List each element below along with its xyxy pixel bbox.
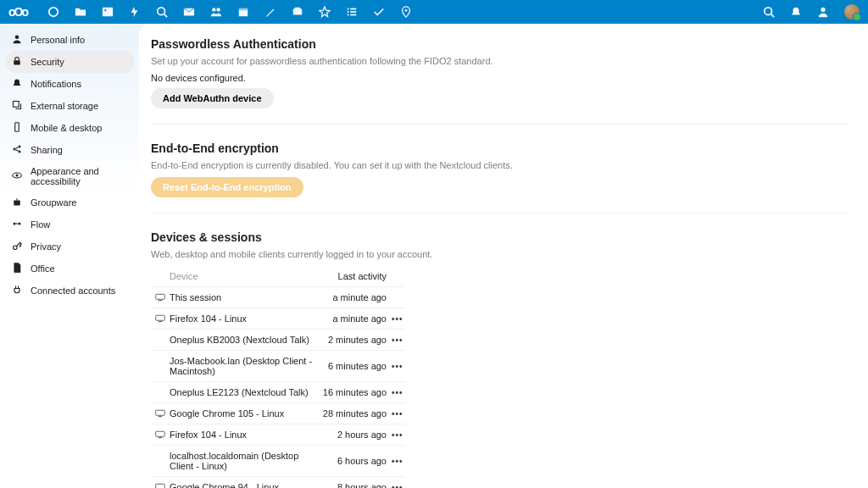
passwordless-note: No devices configured. [151, 73, 848, 83]
device-activity: 6 hours ago [315, 456, 392, 466]
sidebar-item-flow[interactable]: Flow [5, 214, 134, 236]
avatar[interactable] [844, 4, 860, 19]
photos-icon[interactable] [102, 6, 114, 18]
monitor-icon [151, 483, 170, 488]
svg-rect-36 [159, 300, 163, 301]
device-activity: 8 hours ago [315, 482, 392, 488]
sidebar-item-connected-accounts[interactable]: Connected accounts [5, 280, 134, 302]
sidebar-item-external-storage[interactable]: External storage [5, 95, 134, 117]
svg-point-2 [104, 9, 106, 11]
svg-rect-23 [14, 60, 20, 64]
svg-rect-37 [156, 315, 165, 320]
svg-line-20 [771, 14, 775, 18]
maps-icon[interactable] [400, 6, 412, 18]
svg-rect-42 [159, 437, 163, 438]
notifications-icon[interactable] [790, 6, 802, 18]
device-name: Firefox 104 - Linux [170, 430, 315, 440]
search-icon[interactable] [156, 6, 168, 18]
device-row: Oneplus LE2123 (Nextcloud Talk)16 minute… [151, 382, 405, 403]
device-more-icon[interactable]: ••• [392, 409, 405, 419]
svg-point-30 [16, 175, 19, 177]
device-more-icon[interactable]: ••• [392, 314, 405, 324]
mail-icon[interactable] [183, 6, 195, 18]
lock-icon [12, 56, 22, 68]
svg-point-28 [19, 151, 21, 153]
device-activity: 28 minutes ago [315, 408, 392, 419]
device-name: This session [170, 292, 315, 302]
device-activity: 2 hours ago [315, 430, 392, 440]
device-row: Firefox 104 - Linux2 hours ago••• [151, 424, 405, 446]
svg-point-19 [765, 8, 772, 15]
device-activity: 16 minutes ago [315, 387, 392, 397]
sidebar-item-appearance-and-accessibility[interactable]: Appearance and accessibility [5, 161, 134, 191]
device-more-icon[interactable]: ••• [392, 430, 405, 440]
phone-icon [12, 122, 22, 134]
svg-rect-39 [156, 410, 165, 415]
tasks-icon[interactable] [373, 6, 385, 18]
monitor-icon [151, 430, 170, 439]
svg-rect-17 [350, 14, 356, 16]
svg-point-18 [405, 9, 408, 12]
deck-icon[interactable] [292, 6, 303, 18]
announcements-icon[interactable] [319, 6, 331, 18]
sidebar-item-label: Sharing [31, 145, 63, 155]
user-icon [12, 34, 22, 46]
svg-rect-25 [15, 123, 19, 132]
contacts-menu-icon[interactable] [817, 6, 829, 18]
calendar-icon[interactable] [237, 6, 249, 18]
device-row: Google Chrome 105 - Linux28 minutes ago•… [151, 403, 405, 424]
device-more-icon[interactable]: ••• [392, 336, 405, 345]
device-more-icon[interactable]: ••• [392, 362, 405, 371]
content-area: Passwordless Authentication Set up your … [139, 24, 868, 488]
group-icon [12, 197, 22, 208]
svg-rect-14 [348, 11, 349, 13]
add-webauthn-button[interactable]: Add WebAuthn device [151, 88, 274, 108]
svg-rect-40 [159, 416, 163, 417]
sidebar-item-mobile-desktop[interactable]: Mobile & desktop [5, 117, 134, 139]
activity-icon[interactable] [129, 6, 141, 18]
sidebar-item-label: Appearance and accessibility [31, 166, 127, 186]
device-more-icon[interactable]: ••• [392, 483, 405, 489]
svg-rect-43 [156, 484, 165, 488]
nav-icons [47, 6, 748, 18]
files-icon[interactable] [75, 6, 86, 18]
sidebar-item-sharing[interactable]: Sharing [5, 139, 134, 161]
search-icon[interactable] [763, 6, 775, 18]
flow-icon [12, 219, 22, 230]
lists-icon[interactable] [346, 6, 358, 18]
device-row: Firefox 104 - Linuxa minute ago••• [151, 308, 405, 330]
svg-rect-16 [348, 14, 349, 16]
sidebar-item-privacy[interactable]: Privacy [5, 236, 134, 258]
svg-point-0 [49, 8, 58, 17]
device-name: Firefox 104 - Linux [170, 313, 315, 324]
svg-rect-38 [159, 321, 163, 322]
external-icon [12, 100, 22, 112]
devices-title: Devices & sessions [151, 230, 848, 244]
passwordless-desc: Set up your account for passwordless aut… [151, 56, 848, 66]
sidebar-item-personal-info[interactable]: Personal info [5, 29, 134, 51]
notes-icon[interactable] [264, 6, 276, 18]
devices-col-device: Device [170, 271, 315, 281]
sidebar-item-label: External storage [31, 101, 98, 111]
device-row: Jos-Macbook.lan (Desktop Client - Macint… [151, 351, 405, 382]
sidebar-item-groupware[interactable]: Groupware [5, 191, 134, 214]
device-activity: a minute ago [315, 313, 392, 324]
sidebar-item-office[interactable]: Office [5, 258, 134, 280]
svg-rect-35 [156, 294, 165, 299]
reset-e2e-button[interactable]: Reset End-to-End encryption [151, 177, 303, 197]
contacts-icon[interactable] [210, 6, 222, 18]
device-activity: 2 minutes ago [315, 335, 392, 345]
svg-point-33 [19, 223, 21, 225]
logo[interactable]: oOo [8, 5, 27, 19]
monitor-icon [151, 314, 170, 323]
svg-rect-13 [350, 8, 356, 10]
svg-rect-31 [14, 201, 20, 206]
svg-point-22 [15, 36, 19, 40]
device-more-icon[interactable]: ••• [392, 457, 405, 466]
devices-col-activity: Last activity [315, 271, 392, 281]
sidebar-item-security[interactable]: Security [5, 51, 134, 73]
device-more-icon[interactable]: ••• [392, 388, 405, 397]
sidebar-item-notifications[interactable]: Notifications [5, 73, 134, 95]
dashboard-icon[interactable] [47, 6, 59, 18]
svg-point-32 [14, 223, 16, 225]
